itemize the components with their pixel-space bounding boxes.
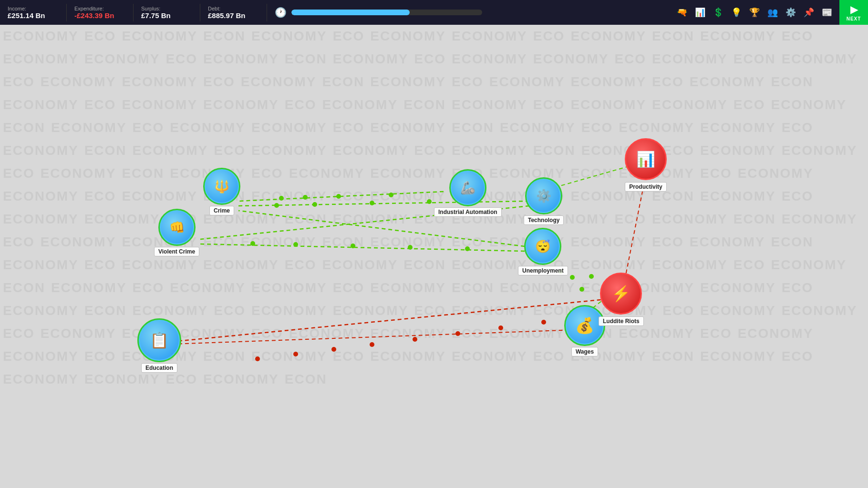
violent-crime-node[interactable]: 👊 Violent Crime bbox=[154, 210, 199, 256]
watermark-text: ECONOMY bbox=[248, 25, 330, 48]
watermark-text: ECONOMY bbox=[248, 276, 330, 299]
watermark-text: ECONOMY bbox=[779, 139, 860, 162]
unemployment-circle: 😴 bbox=[525, 229, 560, 264]
watermark-text: ECON bbox=[0, 116, 48, 139]
watermark-text: ECONOMY bbox=[768, 93, 849, 116]
technology-node[interactable]: ⚙️ Technology bbox=[524, 178, 564, 225]
watermark-text: ECONOMY bbox=[649, 93, 731, 116]
watermark-text: ECONOMY bbox=[200, 368, 282, 391]
svg-point-1 bbox=[303, 195, 308, 200]
chart-icon-btn[interactable]: 📊 bbox=[692, 4, 709, 21]
watermark-text: ECONOMY bbox=[367, 345, 449, 368]
svg-point-20 bbox=[541, 320, 546, 325]
people-icon-btn[interactable]: 👥 bbox=[764, 4, 781, 21]
watermark-text: ECONOMY bbox=[697, 299, 779, 322]
watermark-text: ECONOMY bbox=[568, 71, 649, 93]
ia-icon: 🦾 bbox=[460, 181, 475, 195]
watermark-text: ECO bbox=[530, 25, 568, 48]
watermark-text: ECON bbox=[119, 162, 167, 185]
svg-point-25 bbox=[589, 274, 594, 279]
watermark-text: ECONOMY bbox=[367, 116, 449, 139]
education-node[interactable]: 📋 Education bbox=[138, 319, 180, 373]
watermark-text: ECO bbox=[282, 254, 320, 276]
pin-icon-btn[interactable]: 📌 bbox=[800, 4, 817, 21]
watermark-text: ECONOMY bbox=[38, 162, 119, 185]
watermark-text: ECO bbox=[779, 185, 816, 208]
luddite-riots-node[interactable]: ⚡ Luddite Riots bbox=[599, 273, 644, 326]
news-icon-btn[interactable]: 📰 bbox=[818, 4, 836, 21]
income-label: Income: bbox=[8, 6, 59, 11]
watermark-text: ECON bbox=[530, 139, 579, 162]
dollar-icon-btn[interactable]: 💲 bbox=[710, 4, 727, 21]
svg-point-7 bbox=[274, 203, 279, 208]
industrial-automation-node[interactable]: 🦾 Industrial Automation bbox=[434, 170, 502, 217]
unemployment-label: Unemployment bbox=[518, 266, 568, 275]
watermark-text: ECO bbox=[211, 299, 248, 322]
svg-point-11 bbox=[293, 242, 298, 247]
svg-point-5 bbox=[370, 201, 374, 205]
watermark-text: ECON bbox=[768, 231, 816, 254]
next-button[interactable]: ▶ NEXT bbox=[839, 0, 868, 25]
svg-point-3 bbox=[389, 193, 393, 197]
watermark-text: ECONOMY bbox=[0, 48, 82, 71]
watermark-text: ECONOMY bbox=[286, 322, 368, 345]
wages-icon: 💰 bbox=[575, 316, 594, 335]
watermark-text: ECON bbox=[82, 139, 130, 162]
crime-circle: 🔱 bbox=[204, 169, 239, 204]
watermark-text: ECONOMY bbox=[486, 71, 568, 93]
watermark-text: ECONOMY bbox=[735, 322, 816, 345]
watermark-text: ECONOMY bbox=[200, 93, 282, 116]
watermark-text: ECONOMY bbox=[449, 48, 530, 71]
crime-icon: 🔱 bbox=[214, 179, 229, 194]
gun-icon-btn[interactable]: 🔫 bbox=[673, 4, 691, 21]
productivity-circle: 📊 bbox=[625, 138, 667, 180]
svg-point-23 bbox=[570, 275, 575, 280]
watermark-text: ECO bbox=[330, 345, 368, 368]
watermark-text: ECONOMY bbox=[82, 48, 163, 71]
watermark-text: ECONOMY bbox=[0, 208, 82, 231]
gear-icon-btn[interactable]: ⚙️ bbox=[782, 4, 799, 21]
trophy-icon-btn[interactable]: 🏆 bbox=[746, 4, 763, 21]
watermark-text: ECONOMY bbox=[697, 139, 779, 162]
svg-point-10 bbox=[351, 244, 355, 248]
line-edu-wages bbox=[172, 330, 577, 344]
watermark-text: ECO bbox=[649, 71, 687, 93]
watermark-text: ECONOMY bbox=[119, 25, 200, 48]
unemployment-node[interactable]: 😴 Unemployment bbox=[518, 229, 568, 275]
watermark-text: ECONOMY bbox=[367, 25, 449, 48]
expenditure-value: -£243.39 Bn bbox=[74, 11, 125, 20]
violent-crime-label: Violent Crime bbox=[154, 247, 199, 256]
watermark-text: ECONOMY bbox=[367, 231, 449, 254]
watermark-text: ECONOMY bbox=[319, 93, 401, 116]
watermark-text: ECO bbox=[330, 276, 368, 299]
watermark-text: ECONOMY bbox=[0, 299, 82, 322]
watermark-text: ECO bbox=[779, 276, 816, 299]
watermark-text: ECO bbox=[82, 185, 119, 208]
watermark-text: ECO bbox=[579, 116, 616, 139]
watermark-text: ECONOMY bbox=[0, 139, 82, 162]
watermark-text: ECON bbox=[731, 208, 779, 231]
progress-bar bbox=[291, 10, 482, 15]
watermark-text: ECONOMY bbox=[497, 116, 579, 139]
productivity-node[interactable]: 📊 Productivity bbox=[625, 138, 667, 192]
watermark-text: ECO bbox=[330, 25, 368, 48]
crime-node[interactable]: 🔱 Crime bbox=[204, 169, 239, 215]
watermark-text: ECO bbox=[779, 25, 816, 48]
lightbulb-icon-btn[interactable]: 💡 bbox=[728, 4, 745, 21]
watermark-text: ECO bbox=[530, 345, 568, 368]
watermark-text: ECONOMY bbox=[697, 25, 779, 48]
watermark-text: ECONOMY bbox=[38, 231, 119, 254]
watermark-text: ECONOMY bbox=[616, 116, 697, 139]
svg-point-22 bbox=[579, 287, 584, 292]
surplus-label: Surplus: bbox=[141, 6, 192, 11]
watermark-text: ECO bbox=[330, 185, 368, 208]
watermark-text: ECON bbox=[0, 276, 48, 299]
watermark-text: ECO bbox=[660, 299, 697, 322]
productivity-icon: 📊 bbox=[636, 150, 655, 168]
watermark-text: ECON bbox=[282, 368, 330, 391]
education-icon: 📋 bbox=[150, 331, 169, 349]
svg-point-4 bbox=[427, 199, 432, 204]
watermark-text: ECON bbox=[282, 48, 330, 71]
violent-crime-icon: 👊 bbox=[169, 220, 185, 235]
technology-circle: ⚙️ bbox=[526, 178, 561, 214]
